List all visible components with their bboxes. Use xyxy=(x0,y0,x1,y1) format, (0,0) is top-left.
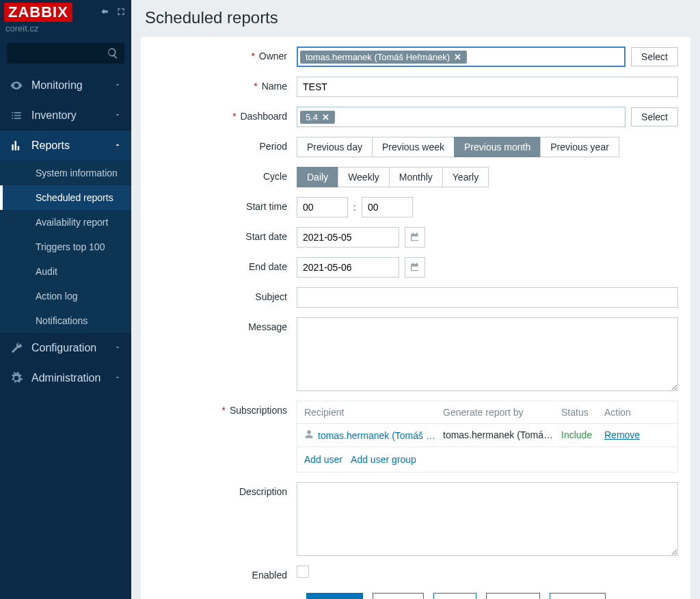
owner-pill-label: tomas.hermanek (Tomáš Heřmánek) xyxy=(306,52,450,62)
logo[interactable]: ZABBIX xyxy=(4,3,72,22)
collapse-icon[interactable] xyxy=(100,7,109,18)
form-actions: Update Clone Test Delete Cancel xyxy=(306,593,678,599)
name-input[interactable] xyxy=(297,77,678,97)
nav-sub-triggers-top-100[interactable]: Triggers top 100 xyxy=(0,235,131,259)
nav-sub-availability-report[interactable]: Availability report xyxy=(0,210,131,235)
form-card: * Owner tomas.hermanek (Tomáš Heřmánek) … xyxy=(141,37,690,599)
message-textarea[interactable] xyxy=(297,317,678,391)
nav-sub-system-information[interactable]: System information xyxy=(0,161,131,185)
subs-status-cell[interactable]: Include xyxy=(561,429,599,441)
description-textarea[interactable] xyxy=(297,482,678,556)
label-message: Message xyxy=(153,317,297,332)
subs-remove-link[interactable]: Remove xyxy=(604,429,645,441)
start-hour-input[interactable] xyxy=(297,197,348,217)
chevron-down-icon xyxy=(113,342,122,354)
delete-button[interactable]: Delete xyxy=(486,593,539,599)
instance-label: coreit.cz xyxy=(0,23,131,39)
calendar-icon xyxy=(409,262,420,273)
end-date-calendar-button[interactable] xyxy=(405,257,425,278)
dashboard-pill-remove-icon[interactable]: ✕ xyxy=(322,112,329,122)
row-cycle: Cycle DailyWeeklyMonthlyYearly xyxy=(153,167,678,187)
row-owner: * Owner tomas.hermanek (Tomáš Heřmánek) … xyxy=(153,46,678,67)
row-description: Description xyxy=(153,482,678,556)
cycle-option-weekly[interactable]: Weekly xyxy=(338,167,390,187)
search-icon[interactable] xyxy=(107,47,119,62)
fullscreen-icon[interactable] xyxy=(116,7,126,18)
owner-pill-remove-icon[interactable]: ✕ xyxy=(454,52,461,62)
clone-button[interactable]: Clone xyxy=(373,593,424,599)
table-row: tomas.hermanek (Tomáš … tomas.hermanek (… xyxy=(297,424,677,447)
nav-administration-label: Administration xyxy=(31,372,100,384)
chevron-down-icon xyxy=(113,79,122,92)
wrench-icon xyxy=(10,341,23,355)
row-end-date: End date xyxy=(153,257,678,278)
owner-multiselect[interactable]: tomas.hermanek (Tomáš Heřmánek) ✕ xyxy=(297,46,625,67)
row-enabled: Enabled xyxy=(153,565,678,581)
dashboard-pill: 5.4 ✕ xyxy=(300,111,335,124)
chevron-down-icon xyxy=(113,109,122,122)
label-start-time: Start time xyxy=(153,197,297,212)
period-segmented: Previous dayPrevious weekPrevious monthP… xyxy=(297,137,619,157)
enabled-checkbox[interactable] xyxy=(297,565,309,578)
sidebar: ZABBIX coreit.cz Monitoring Inventory Re… xyxy=(0,0,131,599)
chevron-up-icon xyxy=(113,139,122,152)
row-period: Period Previous dayPrevious weekPrevious… xyxy=(153,137,678,157)
period-option-previous-day[interactable]: Previous day xyxy=(297,137,373,157)
cycle-segmented: DailyWeeklyMonthlyYearly xyxy=(297,167,489,187)
nav-inventory[interactable]: Inventory xyxy=(0,101,131,131)
sidebar-top: ZABBIX xyxy=(0,0,131,23)
cancel-button[interactable]: Cancel xyxy=(550,593,606,599)
nav-monitoring[interactable]: Monitoring xyxy=(0,70,131,101)
subject-input[interactable] xyxy=(297,287,678,308)
dashboard-multiselect[interactable]: 5.4 ✕ xyxy=(297,107,625,127)
end-date-input[interactable] xyxy=(297,257,399,278)
label-subject: Subject xyxy=(153,287,297,302)
nav-reports[interactable]: Reports xyxy=(0,131,131,161)
nav-inventory-label: Inventory xyxy=(31,109,77,122)
label-end-date: End date xyxy=(153,257,297,272)
nav-sub-scheduled-reports[interactable]: Scheduled reports xyxy=(0,185,131,210)
row-start-date: Start date xyxy=(153,227,678,248)
period-option-previous-week[interactable]: Previous week xyxy=(372,137,455,157)
update-button[interactable]: Update xyxy=(306,593,363,599)
cycle-option-yearly[interactable]: Yearly xyxy=(442,167,489,187)
eye-icon xyxy=(10,79,23,92)
nav-sub-notifications[interactable]: Notifications xyxy=(0,308,131,333)
page-title: Scheduled reports xyxy=(131,0,700,37)
dashboard-pill-label: 5.4 xyxy=(306,112,318,122)
cycle-option-monthly[interactable]: Monthly xyxy=(389,167,443,187)
cycle-option-daily[interactable]: Daily xyxy=(297,167,338,187)
subs-recipient-cell[interactable]: tomas.hermanek (Tomáš … xyxy=(304,429,438,441)
start-minute-input[interactable] xyxy=(362,197,413,217)
subs-generated-by-cell: tomas.hermanek (Tomáš … xyxy=(443,429,556,441)
dashboard-select-button[interactable]: Select xyxy=(631,107,678,127)
add-user-group-link[interactable]: Add user group xyxy=(351,454,416,465)
gear-icon xyxy=(10,371,23,385)
subs-actions: Add user Add user group xyxy=(297,447,677,472)
owner-select-button[interactable]: Select xyxy=(631,47,678,66)
subs-header-status: Status xyxy=(561,407,599,418)
nav-configuration[interactable]: Configuration xyxy=(0,333,131,363)
test-button[interactable]: Test xyxy=(433,593,477,599)
add-user-link[interactable]: Add user xyxy=(304,454,342,465)
period-option-previous-year[interactable]: Previous year xyxy=(540,137,619,157)
label-name: * Name xyxy=(153,77,297,92)
user-icon xyxy=(304,429,314,441)
nav-administration[interactable]: Administration xyxy=(0,363,131,393)
label-dashboard: * Dashboard xyxy=(153,107,297,122)
nav-configuration-label: Configuration xyxy=(31,342,96,354)
label-start-date: Start date xyxy=(153,227,297,242)
row-subscriptions: * Subscriptions Recipient Generate repor… xyxy=(153,401,678,472)
period-option-previous-month[interactable]: Previous month xyxy=(454,137,541,157)
subs-header-generated-by: Generate report by xyxy=(443,407,556,418)
label-subscriptions: * Subscriptions xyxy=(153,401,297,416)
nav-sub-audit[interactable]: Audit xyxy=(0,259,131,284)
label-cycle: Cycle xyxy=(153,167,297,182)
start-date-calendar-button[interactable] xyxy=(405,227,425,248)
row-name: * Name xyxy=(153,77,678,97)
start-date-input[interactable] xyxy=(297,227,399,248)
sidebar-search xyxy=(7,43,124,64)
time-separator: : xyxy=(353,202,356,213)
row-subject: Subject xyxy=(153,287,678,308)
nav-sub-action-log[interactable]: Action log xyxy=(0,284,131,308)
